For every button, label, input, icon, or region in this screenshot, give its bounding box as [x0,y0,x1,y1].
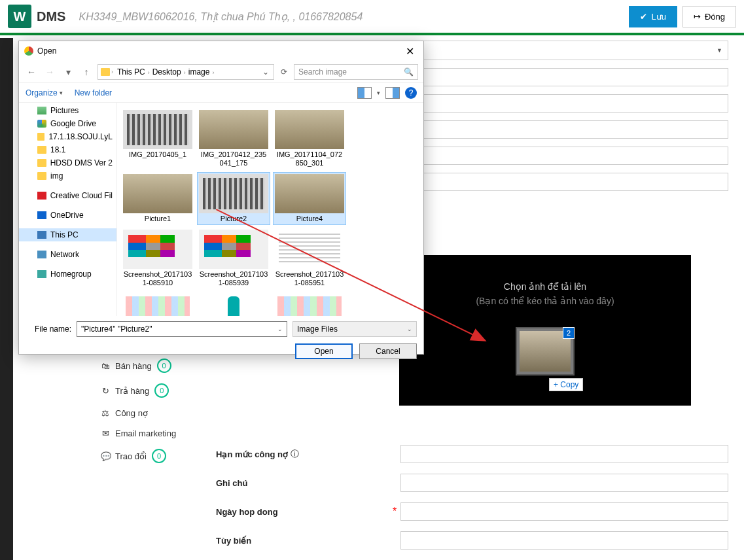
nav-up-dropdown-icon[interactable]: ▾ [61,67,75,77]
file-tile[interactable]: Picture2 [197,172,270,225]
file-label: Picture1 [123,215,192,223]
nav-forward-icon[interactable]: → [43,67,57,77]
file-type-select[interactable]: Image Files ⌄ [292,321,417,337]
sidebar-item-tr-h-ng[interactable]: ↻Trả hàng0 [98,378,203,403]
exit-icon: ↦ [694,12,701,22]
tree-item-pictures[interactable]: Pictures [19,104,116,117]
file-tile[interactable]: Picture4 [273,172,346,225]
refresh-icon[interactable]: ⟳ [278,67,290,77]
file-tile[interactable]: Xóa dữ liệu ofline, đồng bộ dữ liệu mới [273,292,346,316]
chevron-down-icon[interactable]: ⌄ [277,326,283,332]
filename-input[interactable]: "Picture4" "Picture2" ⌄ [77,321,287,337]
tree-item-onedrive[interactable]: OneDrive [19,209,116,222]
chrome-icon [24,46,33,56]
upload-preview-thumb[interactable]: 2 [516,327,575,376]
form-row: Ngày hop dong* [216,502,728,521]
count-badge: 0 [154,383,169,398]
file-tile[interactable]: Thêm mới Khách hàng và Checkin lần đầu [121,292,194,316]
app-logo: W [8,5,31,28]
info-icon[interactable]: ⓘ [291,448,299,460]
save-button[interactable]: ✔ Lưu [629,6,677,27]
file-thumbnail [275,294,344,316]
tree-item-17-1-18-soju-lyl[interactable]: 17.1.18.SOJU.LyL [19,130,116,143]
cancel-button[interactable]: Cancel [359,343,417,359]
tree-item-creative-cloud-fil[interactable]: Creative Cloud Fil [19,189,116,202]
organize-menu[interactable]: Organize ▾ [26,88,63,97]
tree-label: Pictures [50,106,79,115]
nav-up-icon[interactable]: ↑ [79,67,94,77]
file-tile[interactable]: IMG_20171104_072850_301 [273,108,346,169]
file-tile[interactable]: Picture1 [121,172,194,225]
field-label: Hạn mức công nợ ⓘ [216,448,393,460]
file-tile[interactable]: MobiWork.PGw [197,292,270,316]
file-tile[interactable]: Screenshot_20171031-085951 [273,228,346,289]
file-label: Screenshot_20171031-085910 [123,270,192,287]
tree-label: Google Drive [50,119,96,128]
text-input[interactable] [400,445,728,463]
form-area: Hạn mức công nợ ⓘGhi chúNgày hop dong*Tù… [216,445,728,560]
tree-item-hdsd-dms-ver-2[interactable]: HDSD DMS Ver 2 [19,156,116,169]
sidebar-item-label: Trả hàng [115,386,149,396]
folder-icon [37,159,46,167]
sidebar-item-c-ng-n-[interactable]: ⚖Công nợ [98,403,203,423]
view-mode-icon[interactable] [357,87,372,99]
sidebar-item-email-marketing[interactable]: ✉Email marketing [98,423,203,444]
file-thumbnail: MobiWork.PG [199,294,268,316]
chevron-down-icon[interactable]: ▾ [377,90,380,96]
tree-item-img[interactable]: img [19,169,116,183]
search-input[interactable]: Search image 🔍 [294,64,418,80]
sidebar-item-label: Công nợ [115,408,148,418]
tree-item-google-drive[interactable]: Google Drive [19,117,116,130]
text-input[interactable] [400,502,728,521]
path-segment[interactable]: This PC [115,66,148,78]
scale-icon: ⚖ [101,408,110,418]
file-thumbnail [199,174,268,213]
chat-icon: 💬 [101,451,110,461]
copy-button[interactable]: + Copy [549,378,583,391]
sidebar-item-trao-i[interactable]: 💬Trao đổi0 [98,444,203,468]
field-label: Ghi chú [216,478,393,488]
close-button[interactable]: ↦ Đóng [682,6,736,27]
path-box[interactable]: › This PC›Desktop›image› ⌄ [97,64,274,80]
tree-item-network[interactable]: Network [19,248,116,261]
tree-item-homegroup[interactable]: Homegroup [19,268,116,281]
file-thumbnail [275,110,344,149]
chevron-right-icon: › [111,69,113,75]
sidebar-menu: 🛍Bán hàng0↻Trả hàng0⚖Công nợ✉Email marke… [98,353,203,468]
new-folder-button[interactable]: New folder [75,88,112,97]
copy-label: Copy [560,380,578,389]
preview-pane-icon[interactable] [385,87,400,99]
app-name: DMS [37,9,65,24]
nav-back-icon[interactable]: ← [24,67,39,77]
file-open-dialog: Open ✕ ← → ▾ ↑ › This PC›Desktop›image› … [18,41,424,355]
file-label: Screenshot_20171031-085939 [199,270,268,287]
page-title: KH3349_MBW16062016, Thịt chua Phú Thọ, ,… [79,10,629,23]
upload-title: Chọn ảnh để tải lên [399,281,691,292]
path-segment[interactable]: image [186,66,213,78]
file-tile[interactable]: Screenshot_20171031-085910 [121,228,194,289]
dialog-title: Open [37,46,56,56]
text-input[interactable] [400,474,728,492]
chevron-right-icon: › [212,69,214,76]
file-thumbnail [123,294,192,316]
tree-label: Creative Cloud Fil [50,191,113,200]
path-dropdown-icon[interactable]: ⌄ [260,67,271,77]
dark-nav-strip [0,38,13,560]
file-tile[interactable]: Screenshot_20171031-085939 [197,228,270,289]
open-button[interactable]: Open [295,343,353,359]
file-grid: IMG_20170405_1IMG_20170412_235041_175IMG… [117,103,423,316]
folder-icon [37,133,44,141]
help-icon[interactable]: ? [405,87,417,99]
file-thumbnail [275,230,344,269]
tree-item-this-pc[interactable]: This PC [19,228,116,241]
image-upload-zone[interactable]: Chọn ảnh để tải lên (Bạn có thể kéo thả … [399,255,691,406]
file-tile[interactable]: IMG_20170405_1 [121,108,194,169]
tree-item-18-1[interactable]: 18.1 [19,143,116,156]
file-label: IMG_20170405_1 [123,150,192,159]
folder-icon [37,211,46,219]
file-tile[interactable]: IMG_20170412_235041_175 [197,108,270,169]
path-segment[interactable]: Desktop [150,66,184,78]
text-input[interactable] [400,531,728,550]
dialog-close-icon[interactable]: ✕ [402,44,418,59]
folder-icon [37,192,46,200]
